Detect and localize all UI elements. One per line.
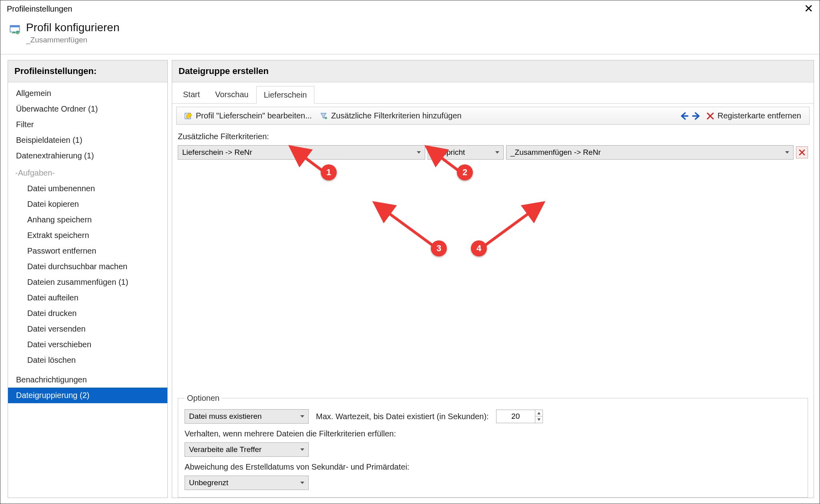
sidebar-task-save-attach[interactable]: Anhang speichern [8, 212, 167, 228]
filter-right-value: _Zusammenfügen -> ReNr [510, 148, 601, 157]
move-right-button[interactable] [690, 111, 702, 121]
filter-right-combo[interactable]: _Zusammenfügen -> ReNr [506, 145, 794, 160]
sidebar-task-remove-pw[interactable]: Passwort entfernen [8, 243, 167, 259]
remove-tab-button[interactable]: Registerkarte entfernen [702, 110, 805, 122]
filter-left-value: Lieferschein -> ReNr [182, 148, 252, 157]
sidebar-task-print[interactable]: Datei drucken [8, 306, 167, 321]
exist-mode-value: Datei muss existieren [189, 412, 262, 421]
sidebar-task-delete[interactable]: Datei löschen [8, 352, 167, 368]
multi-label: Verhalten, wenn mehrere Dateien die Filt… [185, 429, 801, 438]
sidebar-item-examples[interactable]: Beispieldateien (1) [8, 132, 167, 148]
close-icon[interactable]: ✕ [804, 3, 813, 14]
sidebar-item-allgemein[interactable]: Allgemein [8, 86, 167, 101]
deviation-value: Unbegrenzt [189, 478, 228, 487]
page-title: Profil konfigurieren [26, 21, 119, 34]
sidebar-item-folders[interactable]: Überwachte Ordner (1) [8, 101, 167, 117]
page-subtitle: _Zusammenfügen [26, 36, 119, 44]
profile-icon [9, 24, 20, 35]
remove-tab-label: Registerkarte entfernen [718, 111, 801, 120]
wait-label: Max. Wartezeit, bis Datei existiert (in … [316, 412, 489, 421]
main-title: Dateigruppe erstellen [172, 60, 814, 82]
window-title: Profileinstellungen [7, 4, 72, 14]
edit-profile-button[interactable]: Profil "Lieferschein" bearbeiten... [181, 110, 316, 122]
filter-delete-button[interactable] [796, 146, 808, 158]
sidebar-task-rename[interactable]: Datei umbenennen [8, 181, 167, 196]
sidebar-task-save-extract[interactable]: Extrakt speichern [8, 228, 167, 243]
move-left-button[interactable] [678, 111, 690, 121]
sidebar-task-split[interactable]: Datei aufteilen [8, 290, 167, 306]
sidebar-task-copy[interactable]: Datei kopieren [8, 196, 167, 212]
add-filter-button[interactable]: Zusätzliche Filterkriterien hinzufügen [316, 110, 466, 122]
add-filter-label: Zusätzliche Filterkriterien hinzufügen [331, 111, 462, 120]
filter-plus-icon [320, 112, 328, 120]
wait-seconds-spinner[interactable] [496, 410, 543, 423]
filter-section-label: Zusätzliche Filterkriterien: [178, 132, 808, 141]
sidebar-item-notifications[interactable]: Benachrichtigungen [8, 372, 167, 388]
wait-seconds-input[interactable] [496, 410, 535, 423]
exist-mode-combo[interactable]: Datei muss existieren [185, 409, 309, 424]
filter-op-value: entspricht [432, 148, 465, 157]
edit-icon [185, 112, 193, 120]
deviation-combo[interactable]: Unbegrenzt [185, 476, 309, 490]
sidebar-item-filter[interactable]: Filter [8, 117, 167, 132]
sidebar-task-send[interactable]: Datei versenden [8, 321, 167, 337]
svg-rect-1 [10, 26, 19, 28]
x-icon [706, 112, 714, 120]
tab-start[interactable]: Start [175, 86, 207, 103]
sidebar-tasks-header: -Aufgaben- [8, 164, 167, 181]
options-legend: Optionen [185, 394, 222, 403]
edit-profile-label: Profil "Lieferschein" bearbeiten... [196, 111, 312, 120]
sidebar-task-move[interactable]: Datei verschieben [8, 337, 167, 352]
tab-preview[interactable]: Vorschau [207, 86, 256, 103]
filter-op-combo[interactable]: entspricht [428, 145, 504, 160]
sidebar-task-merge[interactable]: Dateien zusammenfügen (1) [8, 274, 167, 290]
sidebar-item-filegrouping[interactable]: Dateigruppierung (2) [8, 388, 167, 403]
sidebar-item-extraction[interactable]: Datenextrahierung (1) [8, 148, 167, 164]
multi-value: Verarbeite alle Treffer [189, 445, 261, 454]
sidebar-task-searchable[interactable]: Datei durchsuchbar machen [8, 259, 167, 274]
sidebar-title: Profileinstellungen: [8, 60, 167, 82]
tab-lieferschein[interactable]: Lieferschein [256, 86, 315, 104]
multi-combo[interactable]: Verarbeite alle Treffer [185, 442, 309, 457]
filter-left-combo[interactable]: Lieferschein -> ReNr [178, 145, 425, 160]
deviation-label: Abweichung des Erstelldatums von Sekundä… [185, 462, 801, 472]
spinner-down-icon[interactable] [535, 416, 543, 423]
spinner-up-icon[interactable] [535, 410, 543, 416]
